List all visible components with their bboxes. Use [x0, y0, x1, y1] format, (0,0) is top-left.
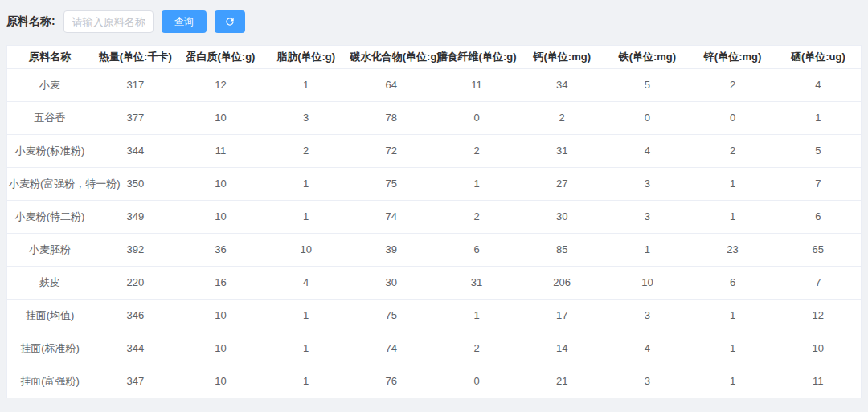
value-cell: 349 [92, 200, 178, 233]
table-header-row: 原料名称热量(单位:千卡)蛋白质(单位:g)脂肪(单位:g)碳水化合物(单位:g… [7, 46, 861, 68]
ingredient-name-cell: 小麦粉(富强粉，特一粉) [7, 167, 92, 200]
value-cell: 4 [604, 134, 690, 167]
value-cell: 1 [264, 68, 349, 101]
table-row: 挂面(标准粉)344101742144110 [7, 332, 861, 365]
table-row: 小麦胚粉39236103968512365 [7, 233, 861, 266]
value-cell: 12 [776, 299, 861, 332]
value-cell: 4 [264, 266, 349, 299]
value-cell: 31 [519, 134, 604, 167]
value-cell: 11 [434, 68, 519, 101]
value-cell: 317 [92, 68, 178, 101]
value-cell: 1 [690, 365, 776, 398]
value-cell: 1 [264, 332, 349, 365]
value-cell: 3 [604, 167, 690, 200]
value-cell: 10 [178, 332, 263, 365]
ingredient-name-label: 原料名称: [6, 14, 55, 29]
ingredient-name-cell: 挂面(标准粉) [7, 332, 92, 365]
table-row: 小麦粉(特二粉)34910174230316 [7, 200, 861, 233]
table-row: 挂面(均值)346101751173112 [7, 299, 861, 332]
value-cell: 2 [690, 68, 776, 101]
value-cell: 5 [604, 68, 690, 101]
value-cell: 36 [178, 233, 263, 266]
table-row: 小麦317121641134524 [7, 68, 861, 101]
value-cell: 347 [92, 365, 178, 398]
ingredient-name-cell: 挂面(均值) [7, 299, 92, 332]
refresh-button[interactable] [215, 10, 245, 33]
value-cell: 76 [349, 365, 434, 398]
value-cell: 85 [519, 233, 604, 266]
value-cell: 10 [178, 299, 263, 332]
value-cell: 75 [349, 299, 434, 332]
value-cell: 6 [434, 233, 519, 266]
value-cell: 16 [178, 266, 263, 299]
value-cell: 78 [349, 101, 434, 134]
table-row: 五谷香3771037802001 [7, 101, 861, 134]
value-cell: 3 [604, 299, 690, 332]
value-cell: 346 [92, 299, 178, 332]
query-button[interactable]: 查询 [162, 10, 207, 33]
value-cell: 10 [604, 266, 690, 299]
nutrition-table: 原料名称热量(单位:千卡)蛋白质(单位:g)脂肪(单位:g)碳水化合物(单位:g… [7, 46, 861, 398]
filter-bar: 原料名称: 查询 [0, 0, 868, 45]
refresh-icon [224, 16, 235, 27]
value-cell: 1 [434, 299, 519, 332]
value-cell: 2 [434, 134, 519, 167]
value-cell: 2 [690, 134, 776, 167]
ingredient-name-input[interactable] [63, 10, 154, 33]
value-cell: 3 [604, 365, 690, 398]
table-row: 挂面(富强粉)347101760213111 [7, 365, 861, 398]
value-cell: 5 [776, 134, 861, 167]
value-cell: 14 [519, 332, 604, 365]
ingredient-name-cell: 五谷香 [7, 101, 92, 134]
value-cell: 1 [690, 200, 776, 233]
value-cell: 1 [690, 299, 776, 332]
value-cell: 377 [92, 101, 178, 134]
ingredient-name-cell: 小麦 [7, 68, 92, 101]
value-cell: 74 [349, 332, 434, 365]
value-cell: 206 [519, 266, 604, 299]
value-cell: 39 [349, 233, 434, 266]
value-cell: 3 [264, 101, 349, 134]
value-cell: 6 [776, 200, 861, 233]
value-cell: 30 [519, 200, 604, 233]
value-cell: 2 [434, 332, 519, 365]
value-cell: 4 [604, 332, 690, 365]
value-cell: 2 [434, 200, 519, 233]
column-header: 原料名称 [7, 46, 92, 68]
value-cell: 344 [92, 332, 178, 365]
column-header: 硒(单位:ug) [776, 46, 861, 68]
column-header: 碳水化合物(单位:g) [349, 46, 434, 68]
value-cell: 7 [776, 266, 861, 299]
value-cell: 220 [92, 266, 178, 299]
table-row: 小麦粉(富强粉，特一粉)35010175127317 [7, 167, 861, 200]
ingredient-name-cell: 小麦胚粉 [7, 233, 92, 266]
value-cell: 1 [604, 233, 690, 266]
value-cell: 10 [776, 332, 861, 365]
value-cell: 31 [434, 266, 519, 299]
column-header: 钙(单位:mg) [519, 46, 604, 68]
value-cell: 75 [349, 167, 434, 200]
value-cell: 72 [349, 134, 434, 167]
value-cell: 10 [178, 167, 263, 200]
ingredient-name-cell: 麸皮 [7, 266, 92, 299]
ingredient-name-cell: 小麦粉(特二粉) [7, 200, 92, 233]
value-cell: 0 [604, 101, 690, 134]
value-cell: 11 [178, 134, 263, 167]
table-row: 小麦粉(标准粉)34411272231425 [7, 134, 861, 167]
nutrition-table-card: 原料名称热量(单位:千卡)蛋白质(单位:g)脂肪(单位:g)碳水化合物(单位:g… [6, 45, 862, 398]
value-cell: 4 [776, 68, 861, 101]
value-cell: 7 [776, 167, 861, 200]
value-cell: 64 [349, 68, 434, 101]
value-cell: 10 [178, 365, 263, 398]
value-cell: 1 [264, 365, 349, 398]
value-cell: 11 [776, 365, 861, 398]
value-cell: 65 [776, 233, 861, 266]
value-cell: 2 [519, 101, 604, 134]
value-cell: 17 [519, 299, 604, 332]
column-header: 热量(单位:千卡) [92, 46, 178, 68]
value-cell: 27 [519, 167, 604, 200]
value-cell: 1 [776, 101, 861, 134]
value-cell: 12 [178, 68, 263, 101]
value-cell: 344 [92, 134, 178, 167]
value-cell: 74 [349, 200, 434, 233]
